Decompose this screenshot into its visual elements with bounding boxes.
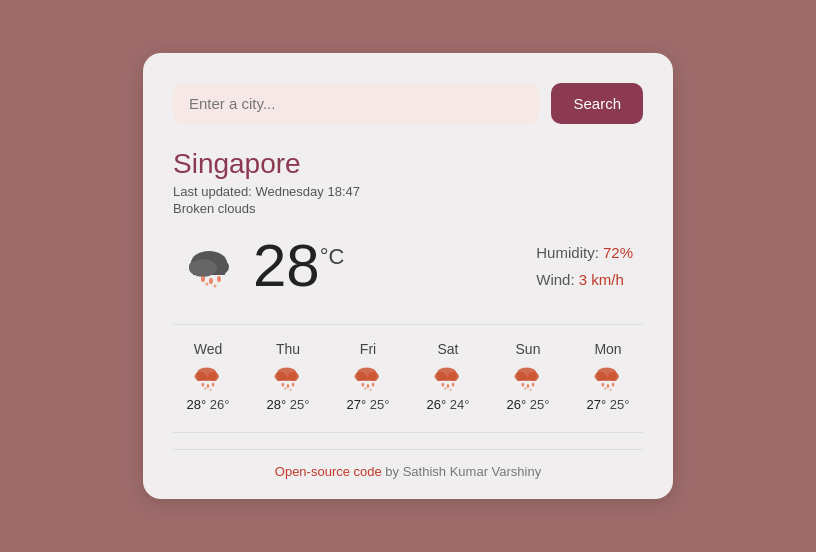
forecast-high: 27° [587, 397, 607, 412]
svg-point-24 [287, 384, 290, 388]
svg-point-25 [292, 383, 295, 387]
forecast-high: 27° [347, 397, 367, 412]
forecast-weather-icon [590, 361, 626, 393]
forecast-temps: 26° 25° [507, 397, 550, 412]
svg-point-14 [202, 383, 205, 387]
svg-point-43 [452, 383, 455, 387]
svg-point-6 [209, 278, 213, 284]
forecast-day-label: Wed [194, 341, 223, 357]
forecast-day-label: Fri [360, 341, 376, 357]
svg-point-8 [206, 283, 209, 286]
svg-point-61 [612, 383, 615, 387]
city-search-input[interactable] [173, 83, 539, 124]
svg-point-33 [367, 384, 370, 388]
forecast-weather-icon [190, 361, 226, 393]
footer-divider [173, 432, 643, 433]
forecast-low: 26° [210, 397, 230, 412]
forecast-temps: 27° 25° [587, 397, 630, 412]
svg-point-63 [610, 389, 612, 391]
svg-point-44 [444, 388, 446, 390]
forecast-day: Sun 26° 25° [493, 341, 563, 412]
temperature-value: 28 [253, 236, 320, 296]
search-button[interactable]: Search [551, 83, 643, 124]
forecast-high: 26° [427, 397, 447, 412]
svg-point-18 [210, 389, 212, 391]
svg-point-62 [604, 388, 606, 390]
footer-by-text: by Sathish Kumar Varshiny [382, 464, 541, 479]
condition-text: Broken clouds [173, 201, 643, 216]
svg-point-35 [364, 388, 366, 390]
svg-rect-31 [357, 376, 376, 380]
current-weather-section: 28 °C Humidity: 72% Wind: 3 km/h [173, 236, 643, 296]
svg-rect-58 [597, 376, 616, 380]
forecast-day: Wed 28° 26° [173, 341, 243, 412]
forecast-divider [173, 324, 643, 325]
svg-point-26 [284, 388, 286, 390]
svg-point-5 [201, 276, 205, 282]
footer: Open-source code by Sathish Kumar Varshi… [173, 449, 643, 479]
forecast-weather-icon [350, 361, 386, 393]
svg-rect-13 [197, 376, 216, 380]
svg-point-32 [362, 383, 365, 387]
forecast-day: Sat 26° 24° [413, 341, 483, 412]
forecast-temps: 27° 25° [347, 397, 390, 412]
svg-point-60 [607, 384, 610, 388]
svg-point-41 [442, 383, 445, 387]
svg-point-4 [189, 259, 217, 277]
forecast-day-label: Thu [276, 341, 300, 357]
forecast-row: Wed 28° 26° Thu [173, 341, 643, 412]
svg-rect-22 [277, 376, 296, 380]
open-source-link[interactable]: Open-source code [275, 464, 382, 479]
svg-rect-49 [517, 376, 536, 380]
forecast-temps: 26° 24° [427, 397, 470, 412]
forecast-day: Fri 27° 25° [333, 341, 403, 412]
forecast-day-label: Sun [516, 341, 541, 357]
svg-point-52 [532, 383, 535, 387]
svg-point-17 [204, 388, 206, 390]
temperature-unit: °C [320, 244, 345, 270]
forecast-low: 25° [610, 397, 630, 412]
forecast-weather-icon [430, 361, 466, 393]
svg-point-50 [522, 383, 525, 387]
forecast-day: Mon 27° 25° [573, 341, 643, 412]
svg-point-51 [527, 384, 530, 388]
svg-point-15 [207, 384, 210, 388]
forecast-day-label: Sat [437, 341, 458, 357]
svg-point-23 [282, 383, 285, 387]
svg-rect-40 [437, 376, 456, 380]
temperature-section: 28 °C [183, 236, 344, 296]
svg-point-16 [212, 383, 215, 387]
forecast-day-label: Mon [594, 341, 621, 357]
forecast-high: 26° [507, 397, 527, 412]
city-name: Singapore [173, 148, 643, 180]
svg-point-34 [372, 383, 375, 387]
weather-card: Search Singapore Last updated: Wednesday… [143, 53, 673, 499]
wind-row: Wind: 3 km/h [536, 266, 633, 293]
svg-point-54 [530, 389, 532, 391]
svg-point-53 [524, 388, 526, 390]
forecast-weather-icon [510, 361, 546, 393]
humidity-wind-section: Humidity: 72% Wind: 3 km/h [536, 239, 633, 293]
forecast-low: 25° [530, 397, 550, 412]
svg-point-45 [450, 389, 452, 391]
forecast-low: 25° [370, 397, 390, 412]
search-row: Search [173, 83, 643, 124]
svg-point-27 [290, 389, 292, 391]
svg-point-42 [447, 384, 450, 388]
svg-point-9 [214, 285, 217, 288]
last-updated: Last updated: Wednesday 18:47 [173, 184, 643, 199]
weather-icon-main [183, 241, 239, 291]
forecast-weather-icon [270, 361, 306, 393]
forecast-temps: 28° 25° [267, 397, 310, 412]
forecast-high: 28° [187, 397, 207, 412]
temperature-display: 28 °C [253, 236, 344, 296]
svg-point-36 [370, 389, 372, 391]
forecast-day: Thu 28° 25° [253, 341, 323, 412]
forecast-low: 25° [290, 397, 310, 412]
svg-point-7 [217, 276, 221, 282]
humidity-value: 72% [603, 244, 633, 261]
wind-value: 3 km/h [579, 271, 624, 288]
forecast-low: 24° [450, 397, 470, 412]
svg-point-59 [602, 383, 605, 387]
forecast-temps: 28° 26° [187, 397, 230, 412]
